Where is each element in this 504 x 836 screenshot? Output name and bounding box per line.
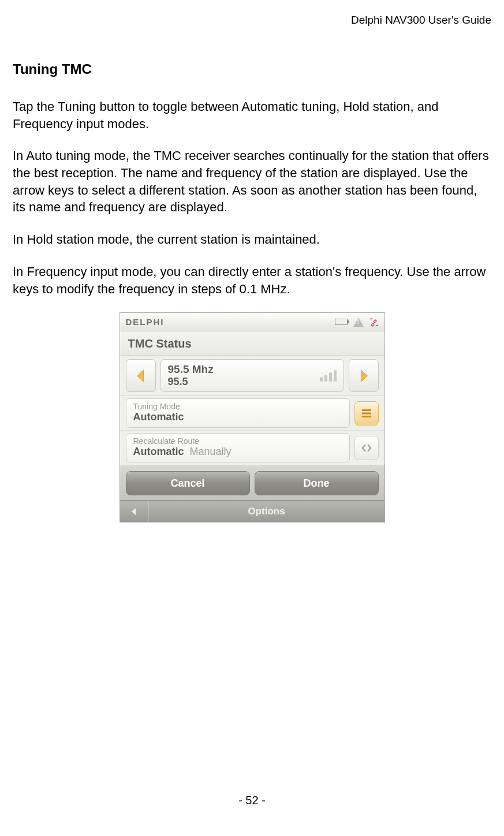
cancel-button[interactable]: Cancel <box>126 471 250 495</box>
recalc-value-secondary: Manually <box>190 446 232 457</box>
paragraph: In Auto tuning mode, the TMC receiver se… <box>13 147 491 216</box>
svg-rect-0 <box>362 409 371 411</box>
satellite-icon <box>369 318 379 327</box>
page-number: - 52 - <box>0 794 504 807</box>
paragraph: In Hold station mode, the current statio… <box>13 231 491 248</box>
tuning-mode-label: Tuning Mode <box>133 402 342 411</box>
battery-icon <box>335 319 348 325</box>
device-screenshot: DELPHI TMC Status 95.5 Mhz 95.5 <box>13 312 491 522</box>
frequency-line2: 95.5 <box>168 376 337 388</box>
recalc-value-primary: Automatic <box>133 446 184 457</box>
back-button[interactable] <box>120 501 149 522</box>
frequency-display: 95.5 Mhz 95.5 <box>160 359 344 392</box>
recalculate-route-field[interactable]: Recalculate Route AutomaticManually <box>126 433 350 462</box>
svg-rect-2 <box>362 416 371 417</box>
brand-label: DELPHI <box>126 317 335 327</box>
device-topbar: DELPHI <box>120 313 384 331</box>
options-button[interactable]: Options <box>149 506 384 517</box>
paragraph: In Frequency input mode, you can directl… <box>13 263 491 297</box>
screen-title: TMC Status <box>120 331 384 356</box>
tuning-mode-field[interactable]: Tuning Mode Automatic <box>126 398 350 428</box>
prev-station-button[interactable] <box>126 359 156 392</box>
toggle-arrows-icon[interactable] <box>354 436 379 460</box>
list-icon[interactable] <box>354 401 379 426</box>
tuning-mode-value: Automatic <box>133 411 342 423</box>
paragraph: Tap the Tuning button to toggle between … <box>13 98 491 132</box>
section-heading: Tuning TMC <box>13 61 491 77</box>
next-station-button[interactable] <box>349 359 379 392</box>
doc-header: Delphi NAV300 User's Guide <box>13 14 491 27</box>
svg-rect-1 <box>362 412 371 414</box>
signal-strength-icon <box>320 370 337 381</box>
done-button[interactable]: Done <box>255 471 379 495</box>
warning-icon <box>353 318 364 327</box>
frequency-line1: 95.5 Mhz <box>168 363 337 376</box>
recalculate-route-label: Recalculate Route <box>133 436 342 446</box>
